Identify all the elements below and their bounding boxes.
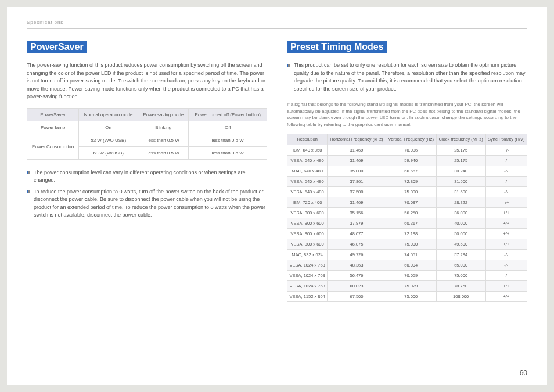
powersaver-table: PowerSaver Normal operation mode Power s…	[27, 108, 267, 160]
tm-cell: IBM, 720 x 400	[287, 197, 328, 208]
tm-cell: -/-	[485, 177, 527, 187]
timing-heading: Preset Timing Modes	[287, 41, 387, 53]
tm-cell: MAC, 640 x 480	[287, 166, 328, 177]
tm-cell: VESA, 800 x 600	[287, 229, 328, 239]
tm-cell: VESA, 640 x 480	[287, 177, 328, 187]
ps-cell: 53 W (W/O USB)	[79, 134, 138, 146]
ps-cell: On	[79, 121, 138, 134]
tm-cell: 75.000	[386, 239, 436, 250]
breadcrumb: Specifications	[27, 20, 527, 25]
tm-cell: 57.284	[436, 250, 485, 260]
table-row: VESA, 640 x 48031.46959.94025.175-/-	[287, 156, 527, 166]
tm-cell: 67.500	[328, 292, 386, 302]
tm-cell: 31.469	[328, 156, 386, 166]
powersaver-column: PowerSaver The power-saving function of …	[27, 41, 267, 311]
tm-th-3: Clock frequency (MHz)	[436, 134, 485, 145]
tm-cell: 75.029	[386, 281, 436, 292]
tm-cell: 72.809	[386, 177, 436, 187]
table-row: VESA, 800 x 60046.87575.00049.500+/+	[287, 239, 527, 250]
tm-cell: 60.317	[386, 218, 436, 229]
tm-cell: 30.240	[436, 166, 485, 177]
table-row: VESA, 640 x 48037.86172.80931.500-/-	[287, 177, 527, 187]
ps-cell: Off	[189, 121, 267, 134]
tm-cell: 56.250	[386, 208, 436, 218]
tm-cell: 28.322	[436, 197, 485, 208]
powersaver-note: The power consumption level can vary in …	[27, 169, 267, 185]
tm-cell: -/-	[485, 156, 527, 166]
tm-cell: 50.000	[436, 229, 485, 239]
tm-cell: 56.476	[328, 271, 386, 281]
timing-intro-bullet: This product can be set to only one reso…	[287, 62, 527, 93]
powersaver-heading: PowerSaver	[27, 41, 87, 53]
timing-table: Resolution Horizontal Frequency (kHz) Ve…	[287, 134, 527, 302]
tm-cell: MAC, 832 x 624	[287, 250, 328, 260]
tm-th-4: Sync Polarity (H/V)	[485, 134, 527, 145]
tm-cell: -/-	[485, 187, 527, 197]
tm-cell: +/-	[485, 145, 527, 156]
ps-th-0: PowerSaver	[27, 108, 79, 121]
tm-cell: VESA, 800 x 600	[287, 239, 328, 250]
tm-cell: 37.500	[328, 187, 386, 197]
tm-cell: -/-	[485, 166, 527, 177]
tm-cell: +/+	[485, 239, 527, 250]
table-row: VESA, 640 x 48037.50075.00031.500-/-	[287, 187, 527, 197]
tm-cell: VESA, 1024 x 768	[287, 271, 328, 281]
tm-cell: 40.000	[436, 218, 485, 229]
tm-cell: 59.940	[386, 156, 436, 166]
tm-cell: 49.726	[328, 250, 386, 260]
tm-cell: IBM, 640 x 350	[287, 145, 328, 156]
tm-th-0: Resolution	[287, 134, 328, 145]
tm-cell: VESA, 800 x 600	[287, 208, 328, 218]
tm-cell: 48.077	[328, 229, 386, 239]
table-row: VESA, 1152 x 86467.50075.000108.000+/+	[287, 292, 527, 302]
tm-cell: 72.188	[386, 229, 436, 239]
tm-cell: -/+	[485, 197, 527, 208]
timing-column: Preset Timing Modes This product can be …	[287, 41, 527, 311]
tm-cell: +/+	[485, 229, 527, 239]
tm-cell: +/+	[485, 292, 527, 302]
tm-cell: -/-	[485, 271, 527, 281]
tm-cell: 31.500	[436, 177, 485, 187]
tm-cell: 66.667	[386, 166, 436, 177]
two-column-layout: PowerSaver The power-saving function of …	[27, 41, 527, 311]
tm-cell: 60.004	[386, 260, 436, 271]
tm-cell: 108.000	[436, 292, 485, 302]
table-row: IBM, 720 x 40031.46970.08728.322-/+	[287, 197, 527, 208]
table-row: VESA, 1024 x 76860.02375.02978.750+/+	[287, 281, 527, 292]
tm-cell: 31.469	[328, 145, 386, 156]
tm-cell: 60.023	[328, 281, 386, 292]
tm-cell: -/-	[485, 250, 527, 260]
tm-cell: 25.175	[436, 145, 485, 156]
tm-cell: 35.000	[328, 166, 386, 177]
table-row: VESA, 800 x 60048.07772.18850.000+/+	[287, 229, 527, 239]
tm-th-1: Horizontal Frequency (kHz)	[328, 134, 386, 145]
ps-cell: Power Consumption	[27, 134, 79, 159]
tm-cell: 46.875	[328, 239, 386, 250]
tm-cell: 37.879	[328, 218, 386, 229]
tm-cell: VESA, 800 x 600	[287, 218, 328, 229]
tm-cell: 75.000	[386, 187, 436, 197]
tm-cell: 35.156	[328, 208, 386, 218]
tm-cell: 74.551	[386, 250, 436, 260]
tm-cell: VESA, 1152 x 864	[287, 292, 328, 302]
ps-cell: Blinking	[138, 121, 189, 134]
tm-cell: 36.000	[436, 208, 485, 218]
ps-cell: less than 0.5 W	[138, 146, 189, 159]
tm-cell: VESA, 640 x 480	[287, 187, 328, 197]
tm-cell: -/-	[485, 260, 527, 271]
tm-cell: VESA, 640 x 480	[287, 156, 328, 166]
ps-cell: Power lamp	[27, 121, 79, 134]
tm-cell: 75.000	[436, 271, 485, 281]
tm-cell: 70.086	[386, 145, 436, 156]
powersaver-notes: The power consumption level can vary in …	[27, 169, 267, 220]
tm-cell: +/+	[485, 208, 527, 218]
tm-cell: 25.175	[436, 156, 485, 166]
divider	[27, 28, 527, 29]
ps-cell: less than 0.5 W	[189, 146, 267, 159]
tm-cell: +/+	[485, 281, 527, 292]
powersaver-intro: The power-saving function of this produc…	[27, 62, 267, 101]
powersaver-note: To reduce the power consumption to 0 wat…	[27, 188, 267, 220]
tm-cell: 37.861	[328, 177, 386, 187]
tm-cell: 65.000	[436, 260, 485, 271]
tm-cell: 70.087	[386, 197, 436, 208]
